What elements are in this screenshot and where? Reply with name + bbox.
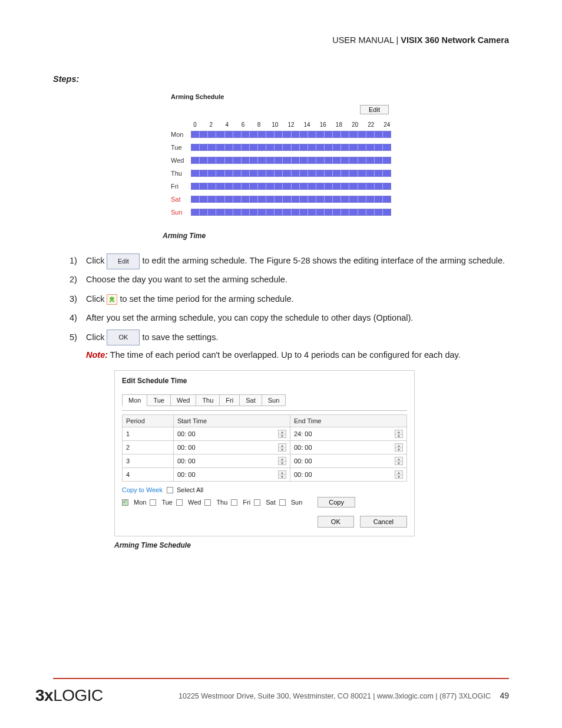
day-checkbox-label: Fri xyxy=(243,499,250,506)
tab-fri[interactable]: Fri xyxy=(219,394,240,406)
table-row: 200: 00▲▼00: 00▲▼ xyxy=(123,440,407,454)
hour-tick: 2 xyxy=(207,121,215,128)
step-5: Click OK to save the settings. Note: The… xyxy=(70,328,509,364)
hour-tick: 10 xyxy=(271,121,279,128)
col-period: Period xyxy=(123,414,174,427)
page-footer: 3xLOGIC 10225 Westmoor Drive, Suite 300,… xyxy=(0,686,562,723)
hour-tick: 8 xyxy=(255,121,263,128)
hour-tick: 14 xyxy=(303,121,311,128)
puzzle-icon[interactable] xyxy=(107,294,117,305)
hour-tick: 4 xyxy=(223,121,231,128)
schedule-bar[interactable] xyxy=(191,196,391,203)
end-time-cell[interactable]: 00: 00▲▼ xyxy=(294,470,403,479)
time-spinner-icon[interactable]: ▲▼ xyxy=(278,457,286,465)
step-text: After you set the arming schedule, you c… xyxy=(86,313,413,322)
tab-sat[interactable]: Sat xyxy=(239,394,262,406)
day-label: Mon xyxy=(171,131,191,138)
day-checkbox-fri[interactable] xyxy=(231,499,237,506)
header-left: USER MANUAL | xyxy=(332,35,401,45)
time-spinner-icon[interactable]: ▲▼ xyxy=(395,470,403,479)
hour-tick: 18 xyxy=(335,121,343,128)
edit-schedule-title: Edit Schedule Time xyxy=(122,377,407,385)
col-end: End Time xyxy=(290,414,406,427)
hour-tick: 6 xyxy=(239,121,247,128)
page-header: USER MANUAL | VISIX 360 Network Camera xyxy=(53,35,509,45)
day-row: Sat xyxy=(171,194,391,205)
tab-thu[interactable]: Thu xyxy=(196,394,220,406)
time-spinner-icon[interactable]: ▲▼ xyxy=(395,443,403,452)
time-spinner-icon[interactable]: ▲▼ xyxy=(278,443,286,452)
footer-address: 10225 Westmoor Drive, Suite 300, Westmin… xyxy=(178,692,491,700)
step-text: Click xyxy=(86,256,107,265)
period-cell: 2 xyxy=(123,440,174,454)
day-checkbox-label: Mon xyxy=(134,499,146,506)
day-checkbox-label: Tue xyxy=(161,499,173,506)
tab-tue[interactable]: Tue xyxy=(147,394,171,406)
tab-sun[interactable]: Sun xyxy=(262,394,286,406)
select-all-label: Select All xyxy=(177,486,203,493)
day-label: Sun xyxy=(171,209,191,216)
cancel-button[interactable]: Cancel xyxy=(360,516,407,528)
schedule-bar[interactable] xyxy=(191,144,391,151)
schedule-bar[interactable] xyxy=(191,209,391,216)
col-start: Start Time xyxy=(173,414,290,427)
copy-button[interactable]: Copy xyxy=(318,497,355,508)
day-checkbox-thu[interactable] xyxy=(204,499,211,506)
end-time-cell[interactable]: 00: 00▲▼ xyxy=(294,457,403,465)
edit-button[interactable]: Edit xyxy=(360,105,389,114)
day-row: Sun xyxy=(171,207,391,218)
day-label: Fri xyxy=(171,183,191,190)
end-time-cell[interactable]: 00: 00▲▼ xyxy=(294,443,403,452)
arming-schedule-figure: Arming Schedule Edit 0 2 4 6 8 10 12 14 … xyxy=(166,90,396,226)
start-time-cell[interactable]: 00: 00▲▼ xyxy=(177,470,286,479)
day-label: Wed xyxy=(171,157,191,164)
edit-button-inline[interactable]: Edit xyxy=(107,253,140,269)
step-text: to save the settings. xyxy=(142,332,218,342)
hour-tick: 22 xyxy=(367,121,375,128)
day-tabs: MonTueWedThuFriSatSun xyxy=(122,394,407,406)
end-time-cell[interactable]: 24: 00▲▼ xyxy=(294,430,403,438)
arming-schedule-title: Arming Schedule xyxy=(171,93,391,100)
day-checkbox-wed[interactable] xyxy=(176,499,183,506)
copy-to-week-label: Copy to Week xyxy=(122,486,163,493)
ok-button[interactable]: OK xyxy=(318,516,354,528)
table-row: 100: 00▲▼24: 00▲▼ xyxy=(123,427,407,440)
steps-heading: Steps: xyxy=(53,74,509,84)
hour-tick: 16 xyxy=(319,121,327,128)
day-checkbox-mon[interactable] xyxy=(122,499,128,506)
table-row: 300: 00▲▼00: 00▲▼ xyxy=(123,454,407,467)
edit-caption: Arming Time Schedule xyxy=(114,541,509,549)
step-text: to set the time period for the arming sc… xyxy=(120,294,293,304)
schedule-bar[interactable] xyxy=(191,157,391,164)
select-all-checkbox[interactable] xyxy=(167,487,173,493)
time-spinner-icon[interactable]: ▲▼ xyxy=(278,430,286,438)
day-checkbox-tue[interactable] xyxy=(150,499,156,506)
step-text: Click xyxy=(86,294,107,304)
schedule-bar[interactable] xyxy=(191,183,391,190)
hour-tick: 20 xyxy=(351,121,359,128)
page-number: 49 xyxy=(500,691,509,700)
schedule-bar[interactable] xyxy=(191,170,391,177)
step-text: to edit the arming schedule. The Figure … xyxy=(142,256,505,265)
tab-wed[interactable]: Wed xyxy=(170,394,196,406)
day-row: Thu xyxy=(171,168,391,179)
tab-mon[interactable]: Mon xyxy=(122,394,147,406)
start-time-cell[interactable]: 00: 00▲▼ xyxy=(177,430,286,438)
brand-rest: LOGIC xyxy=(53,686,103,704)
start-time-cell[interactable]: 00: 00▲▼ xyxy=(177,457,286,465)
time-spinner-icon[interactable]: ▲▼ xyxy=(395,457,403,465)
day-label: Tue xyxy=(171,144,191,151)
day-checkbox-sat[interactable] xyxy=(254,499,260,506)
day-row: Mon xyxy=(171,129,391,140)
brand-logo: 3xLOGIC xyxy=(35,686,103,705)
schedule-bar[interactable] xyxy=(191,131,391,138)
hour-tick: 12 xyxy=(287,121,295,128)
day-row: Wed xyxy=(171,155,391,166)
start-time-cell[interactable]: 00: 00▲▼ xyxy=(177,443,286,452)
day-checkbox-sun[interactable] xyxy=(279,499,286,506)
brand-x: x xyxy=(44,686,53,704)
time-spinner-icon[interactable]: ▲▼ xyxy=(395,430,403,438)
ok-button-inline[interactable]: OK xyxy=(107,330,140,345)
period-cell: 1 xyxy=(123,427,174,440)
time-spinner-icon[interactable]: ▲▼ xyxy=(278,470,286,479)
